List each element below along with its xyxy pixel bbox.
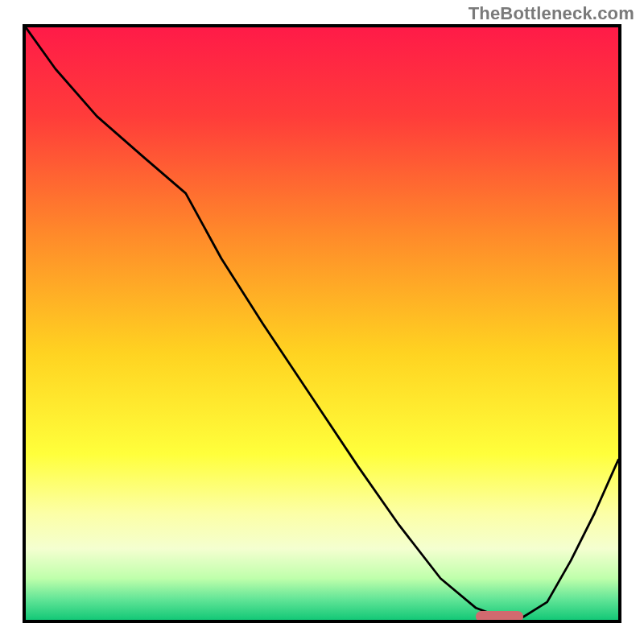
- plot-area: [23, 24, 621, 623]
- optimum-marker: [476, 611, 523, 622]
- watermark-text: TheBottleneck.com: [469, 3, 634, 24]
- chart-container: TheBottleneck.com: [0, 0, 644, 644]
- curve-line: [26, 27, 618, 620]
